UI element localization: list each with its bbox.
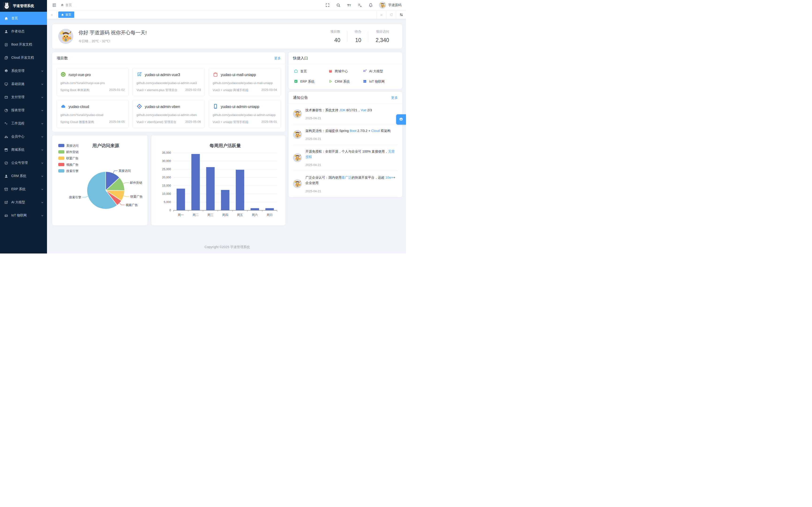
svg-text:邮件营销: 邮件营销 [130, 181, 142, 184]
project-desc: Vue3 + uniapp 管理手机端 [213, 120, 248, 124]
project-card[interactable]: yudao-ui-mall-uniapp github.com/yudaocod… [209, 68, 281, 96]
sidebar-item-iot[interactable]: IoT 物联网 [0, 209, 47, 222]
notice-title: 开源免授权：全部开源，个人与企业可 100% 直接使用，无需授权 [305, 149, 398, 160]
quick-entry-首页[interactable]: 首页 [294, 69, 328, 74]
weather-text: 今日晴，20℃ - 32℃! [79, 39, 147, 44]
project-name: ruoyi-vue-pro [68, 73, 91, 77]
notice-item[interactable]: 广泛企业认可：国内使用最广泛的快速开发平台，远超 10w++ 企业使用 2025… [293, 171, 398, 197]
sidebar: 芋道管理系统 首页 作者动态 Boot 开发文档 Cloud 开发文档 系统管理… [0, 0, 47, 253]
sidebar-item-label: AI 大模型 [11, 200, 25, 205]
sidebar-item-label: Boot 开发文档 [11, 43, 32, 47]
fullscreen-icon[interactable] [325, 3, 330, 8]
notices-card: 通知公告 更多 技术兼容性：系统支持 JDK 8/17/21，Vue 2/3 2… [289, 92, 402, 197]
notice-avatar [293, 179, 302, 188]
chevron-down-icon [41, 109, 44, 112]
svg-text:35,000: 35,000 [162, 151, 171, 155]
notices-more-link[interactable]: 更多 [391, 96, 398, 100]
breadcrumb[interactable]: 首页 [61, 3, 72, 7]
sidebar-item-report-mgmt[interactable]: 报表管理 [0, 104, 47, 117]
quick-entry-AI 大模型[interactable]: AI AI 大模型 [362, 69, 397, 74]
chevrons-left-icon[interactable]: « [47, 10, 57, 19]
notice-link[interactable]: 最广泛 [342, 176, 352, 179]
sidebar-item-payment-mgmt[interactable]: 支付管理 [0, 91, 47, 104]
sidebar-item-erp-system[interactable]: ERP 系统 [0, 183, 47, 196]
notice-item[interactable]: 架构灵活性：后端提供 Spring Boot 2.7/3.2 + Cloud 双… [293, 124, 398, 145]
chevrons-right-icon[interactable]: » [376, 10, 386, 19]
notice-avatar [293, 109, 302, 118]
quick-entry-商城中心[interactable]: 商城中心 [328, 69, 363, 74]
svg-text:联盟广告: 联盟广告 [130, 195, 143, 199]
settings-gear-button[interactable] [396, 114, 406, 125]
cloud-icon [60, 104, 66, 110]
sidebar-item-author-news[interactable]: 作者动态 [0, 25, 47, 38]
svg-text:周四: 周四 [222, 213, 229, 217]
svg-text:25,000: 25,000 [162, 168, 171, 171]
svg-text:10,000: 10,000 [162, 192, 171, 195]
quick-entry-IoT 物联网[interactable]: IoT 物联网 [362, 79, 397, 84]
collapse-sidebar-icon[interactable] [52, 3, 57, 8]
sidebar-item-workflow[interactable]: 工作流程 [0, 117, 47, 130]
project-card[interactable]: yudao-ui-admin-vue3 github.com/yudaocode… [133, 68, 205, 96]
projects-more-link[interactable]: 更多 [274, 56, 281, 61]
chevron-down-icon [41, 135, 44, 138]
svg-text:邮件营销: 邮件营销 [66, 150, 79, 154]
svg-text:视频广告: 视频广告 [66, 163, 79, 166]
triangle-icon [328, 79, 333, 84]
app-root: 芋道管理系统 首页 作者动态 Boot 开发文档 Cloud 开发文档 系统管理… [0, 0, 406, 253]
notice-link[interactable]: JDK [339, 108, 345, 112]
notice-link[interactable]: Vue [361, 108, 366, 112]
notice-link[interactable]: 10w+ [385, 176, 393, 179]
member-icon [4, 135, 8, 139]
sidebar-item-label: 系统管理 [11, 69, 24, 73]
sidebar-item-label: 报表管理 [11, 108, 24, 112]
sidebar-item-system-mgmt[interactable]: 系统管理 [0, 64, 47, 77]
sidebar-item-mall-system[interactable]: 商城系统 [0, 143, 47, 156]
stat-todos: 待办 10 [348, 30, 368, 44]
svg-text:搜索引擎: 搜索引擎 [69, 195, 81, 199]
project-desc: Vue3 + vben5(antd) 管理后台 [137, 120, 176, 124]
project-url: github.com/yudaocode/yudao-ui-admin-unia… [213, 113, 277, 117]
sidebar-item-mp-mgmt[interactable]: 公众号管理 [0, 156, 47, 169]
svg-text:用户访问来源: 用户访问来源 [92, 143, 119, 148]
quick-entry-CRM 系统[interactable]: CRM 系统 [328, 79, 363, 84]
notice-link[interactable]: Cloud [371, 129, 380, 133]
user-menu[interactable]: 芋道源码 [379, 2, 401, 9]
layout-grid-icon[interactable] [396, 10, 406, 19]
sidebar-item-crm-system[interactable]: CRM 系统 [0, 169, 47, 183]
notice-item[interactable]: 开源免授权：全部开源，个人与企业可 100% 直接使用，无需授权 2025-04… [293, 145, 398, 171]
chevron-down-icon [41, 96, 44, 99]
font-size-icon[interactable]: TT [347, 3, 352, 8]
language-icon[interactable]: 文A [357, 3, 362, 8]
sidebar-item-member-center[interactable]: 会员中心 [0, 130, 47, 143]
svg-text:周二: 周二 [193, 213, 199, 217]
app-logo[interactable]: 芋道管理系统 [0, 0, 47, 12]
chevron-down-icon [41, 175, 44, 177]
notice-date: 2025-04-21 [305, 137, 398, 140]
sidebar-item-home[interactable]: 首页 [0, 12, 47, 25]
sidebar-item-label: ERP 系统 [11, 187, 26, 191]
sidebar-item-boot-docs[interactable]: Boot 开发文档 [0, 38, 47, 51]
search-icon[interactable] [336, 3, 341, 8]
notice-link[interactable]: 无需授权 [305, 150, 395, 159]
project-card[interactable]: yudao-ui-admin-vben github.com/yudaocode… [133, 100, 205, 128]
project-card[interactable]: yudao-cloud github.com/YunaiV/yudao-clou… [56, 100, 129, 128]
sidebar-item-infrastructure[interactable]: 基础设施 [0, 77, 47, 91]
project-name: yudao-cloud [68, 105, 89, 109]
footer-copyright: Copyright ©2025 芋道管理系统 [52, 241, 402, 253]
quick-entry-ERP 系统[interactable]: E ERP 系统 [294, 79, 328, 84]
project-card[interactable]: yudao-ui-admin-uniapp github.com/yudaoco… [209, 100, 281, 128]
project-desc: Spring Cloud 微服务架构 [60, 120, 94, 124]
svg-text:视频广告: 视频广告 [126, 203, 138, 207]
open-tabs: 首页 [57, 10, 376, 19]
bell-icon[interactable] [368, 3, 373, 8]
project-card[interactable]: ruoyi-vue-pro github.com/YunaiV/ruoyi-vu… [56, 68, 129, 96]
sidebar-item-cloud-docs[interactable]: Cloud 开发文档 [0, 51, 47, 64]
sidebar-item-label: 作者动态 [11, 30, 24, 34]
spring-boot-icon [60, 72, 66, 78]
compass-icon [4, 161, 8, 165]
tab-home[interactable]: 首页 [58, 11, 74, 18]
refresh-icon[interactable] [386, 10, 396, 19]
notice-item[interactable]: 技术兼容性：系统支持 JDK 8/17/21，Vue 2/3 2025-04-2… [293, 104, 398, 124]
notice-link[interactable]: Boot [350, 129, 356, 133]
sidebar-item-ai-model[interactable]: AI AI 大模型 [0, 196, 47, 209]
